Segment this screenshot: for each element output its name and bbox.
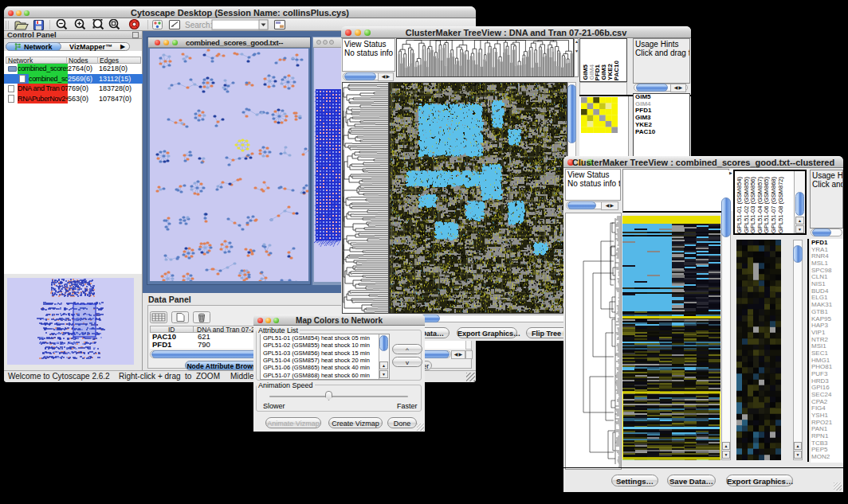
svg-text:Search:: Search: bbox=[185, 21, 212, 29]
